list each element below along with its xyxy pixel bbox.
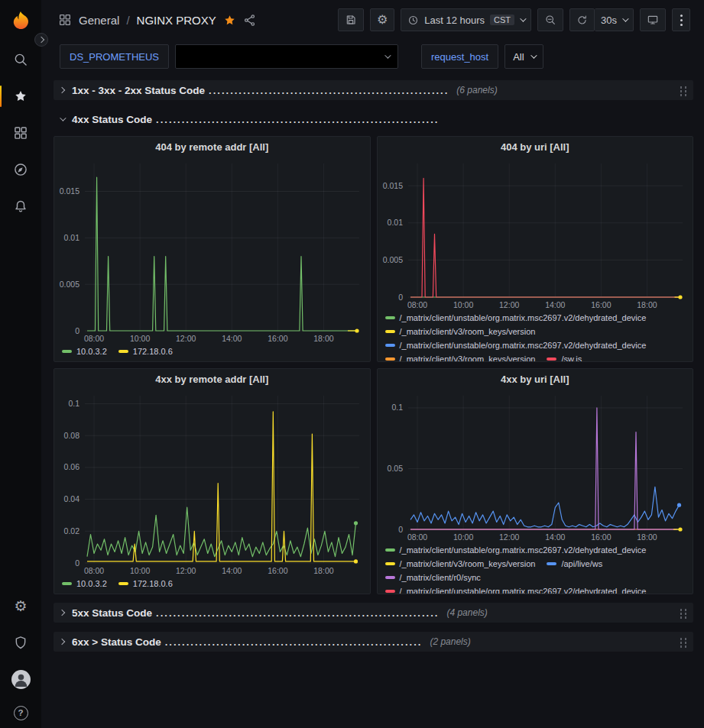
kebab-menu-icon	[680, 19, 683, 21]
svg-text:18:00: 18:00	[637, 532, 657, 542]
chevron-down-icon	[520, 15, 526, 21]
legend-item[interactable]: 10.0.3.2	[62, 578, 107, 590]
sidebar-item-alerting[interactable]	[0, 188, 41, 225]
row-drag-handle[interactable]	[679, 607, 687, 619]
time-range-label: Last 12 hours	[424, 15, 485, 26]
sidebar-expand-button[interactable]	[34, 33, 48, 47]
legend-item[interactable]: /_matrix/client/v3/room_keys/version	[385, 353, 536, 361]
sidebar-item-help[interactable]: ?	[0, 697, 41, 728]
request-host-variable-select[interactable]: All	[504, 44, 543, 69]
svg-text:0: 0	[75, 326, 79, 335]
save-dashboard-button[interactable]	[338, 8, 364, 31]
row-leader-dots: ........................................…	[156, 607, 439, 619]
sidebar-item-search[interactable]	[0, 41, 41, 78]
sidebar-item-starred[interactable]	[0, 78, 41, 115]
svg-text:14:00: 14:00	[545, 300, 565, 309]
legend-item[interactable]: /_matrix/client/unstable/org.matrix.msc2…	[385, 339, 647, 351]
row-4xx[interactable]: 4xx Status Code ........................…	[54, 109, 693, 129]
legend-item[interactable]: /_matrix/client/v3/room_keys/version	[385, 558, 536, 570]
row-5xx[interactable]: 5xx Status Code ........................…	[54, 603, 693, 623]
svg-text:12:00: 12:00	[176, 566, 196, 575]
main-area: General / NGINX PROXY ⚙	[41, 0, 704, 728]
row-drag-handle[interactable]	[679, 85, 687, 96]
sidebar-item-dashboards[interactable]	[0, 115, 41, 151]
legend-item[interactable]: /_matrix/client/unstable/org.matrix.msc2…	[385, 585, 647, 594]
panel-title[interactable]: 404 by uri [All]	[378, 137, 693, 157]
timeseries-chart[interactable]: 08:0010:0012:0014:0016:0018:0000.020.040…	[54, 390, 370, 577]
legend-swatch	[385, 576, 395, 579]
share-icon[interactable]	[243, 14, 256, 27]
row-title: 4xx Status Code	[72, 114, 152, 125]
panel-404-by-remote-addr: 404 by remote addr [All] 08:0010:0012:00…	[54, 136, 371, 362]
svg-text:08:00: 08:00	[84, 334, 104, 343]
clock-icon	[407, 15, 419, 26]
panel-title[interactable]: 4xx by uri [All]	[378, 369, 693, 390]
row-drag-handle[interactable]	[679, 636, 687, 648]
svg-text:12:00: 12:00	[499, 532, 519, 542]
legend-label: 172.18.0.6	[133, 578, 173, 590]
svg-text:08:00: 08:00	[84, 566, 104, 575]
legend-swatch	[385, 562, 395, 565]
panel-title[interactable]: 4xx by remote addr [All]	[54, 369, 370, 390]
panel-title[interactable]: 404 by remote addr [All]	[54, 137, 370, 157]
refresh-button[interactable]	[569, 8, 595, 31]
apps-grid-icon	[58, 13, 72, 27]
svg-text:14:00: 14:00	[222, 334, 242, 343]
sidebar-item-configuration[interactable]: ⚙	[0, 587, 41, 624]
timeseries-chart[interactable]: 08:0010:0012:0014:0016:0018:0000.0050.01…	[378, 157, 693, 311]
legend-item[interactable]: 10.0.3.2	[62, 345, 107, 358]
page-title[interactable]: NGINX PROXY	[137, 14, 216, 27]
shield-icon	[13, 635, 28, 650]
svg-text:18:00: 18:00	[637, 300, 657, 309]
help-icon: ?	[14, 706, 28, 720]
svg-text:0.015: 0.015	[60, 186, 79, 196]
refresh-icon	[576, 15, 588, 26]
svg-text:16:00: 16:00	[268, 566, 287, 575]
legend-swatch	[547, 358, 556, 361]
favorite-star-icon[interactable]	[223, 14, 236, 27]
panel-404-by-uri: 404 by uri [All] 08:0010:0012:0014:0016:…	[377, 136, 694, 362]
svg-text:0.1: 0.1	[391, 403, 403, 412]
svg-text:16:00: 16:00	[591, 300, 611, 309]
legend-swatch	[385, 590, 395, 593]
avatar	[11, 670, 31, 689]
legend-label: /_matrix/client/unstable/org.matrix.msc2…	[400, 312, 647, 324]
cycle-view-mode-button[interactable]	[640, 8, 666, 31]
legend-label: /_matrix/client/v3/room_keys/version	[400, 353, 536, 361]
legend-item[interactable]: 172.18.0.6	[118, 345, 173, 358]
kebab-menu-button[interactable]	[672, 8, 690, 31]
datasource-variable-select[interactable]	[175, 44, 398, 69]
refresh-interval-dropdown[interactable]: 30s	[595, 8, 634, 31]
row-1xx-3xx-2xx[interactable]: 1xx - 3xx - 2xx Status Code ............…	[54, 80, 693, 100]
row-6xx[interactable]: 6xx > Status Code ......................…	[54, 632, 693, 652]
legend-item[interactable]: /_matrix/client/unstable/org.matrix.msc2…	[385, 544, 647, 556]
datasource-variable-label: DS_PROMETHEUS	[60, 44, 169, 69]
svg-text:0: 0	[398, 525, 403, 534]
breadcrumb-folder[interactable]: General	[79, 14, 119, 27]
grafana-app: ⚙ ?	[0, 0, 704, 728]
timeseries-chart[interactable]: 08:0010:0012:0014:0016:0018:0000.0050.01…	[54, 157, 370, 345]
legend-item[interactable]: /api/live/ws	[547, 558, 602, 570]
legend-swatch	[118, 582, 128, 585]
chevron-down-icon	[384, 52, 391, 58]
svg-text:10:00: 10:00	[130, 334, 150, 343]
legend-item[interactable]: /_matrix/client/v3/room_keys/version	[385, 325, 536, 338]
row-panel-count: (6 panels)	[456, 85, 497, 95]
legend-label: /_matrix/client/unstable/org.matrix.msc2…	[400, 585, 647, 594]
svg-text:08:00: 08:00	[407, 300, 427, 309]
dashboard-settings-button[interactable]: ⚙	[370, 8, 394, 31]
legend-label: /_matrix/client/v3/room_keys/version	[400, 558, 536, 570]
sidebar-item-profile[interactable]	[0, 661, 41, 697]
sidebar-item-server-admin[interactable]	[0, 624, 41, 661]
timeseries-chart[interactable]: 08:0010:0012:0014:0016:0018:0000.050.1	[378, 390, 693, 543]
legend-swatch	[62, 350, 72, 353]
svg-text:10:00: 10:00	[130, 566, 150, 575]
legend-item[interactable]: /_matrix/client/r0/sync	[385, 571, 481, 584]
legend-item[interactable]: 172.18.0.6	[118, 578, 173, 590]
zoom-out-button[interactable]	[537, 8, 563, 31]
breadcrumb: General / NGINX PROXY	[58, 13, 256, 27]
legend-item[interactable]: /_matrix/client/unstable/org.matrix.msc2…	[385, 312, 647, 324]
time-range-picker[interactable]: Last 12 hours CST	[401, 8, 531, 31]
legend-item[interactable]: /sw.js	[547, 353, 582, 361]
sidebar-item-explore[interactable]	[0, 151, 41, 188]
